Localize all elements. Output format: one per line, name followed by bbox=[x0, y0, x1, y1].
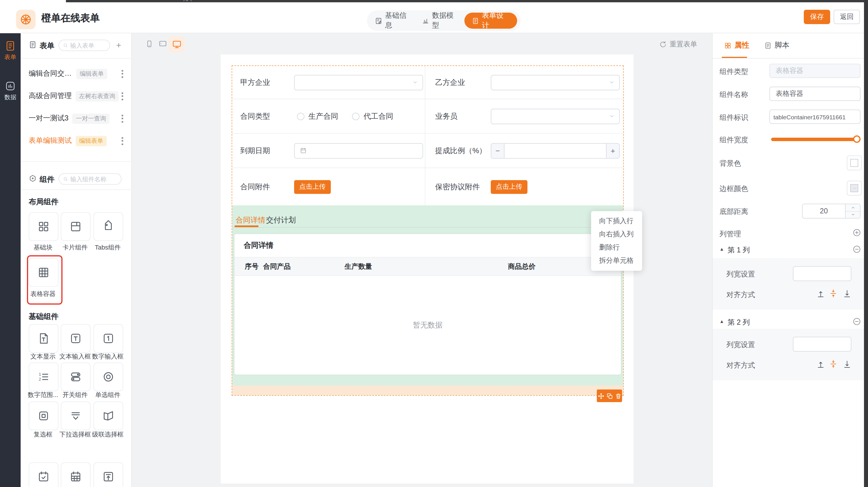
radio-label[interactable]: 生产合同 bbox=[308, 111, 338, 121]
radio-production-contract[interactable] bbox=[297, 113, 304, 120]
forms-search-input[interactable] bbox=[70, 42, 105, 49]
component-card-checkbox[interactable] bbox=[29, 401, 59, 430]
property-label: 底部距离 bbox=[719, 207, 748, 217]
component-card-tabs[interactable] bbox=[93, 212, 123, 241]
collapse-triangle-icon[interactable]: ▲ bbox=[719, 247, 724, 252]
bottom-margin-value[interactable]: 20 bbox=[803, 204, 845, 218]
remove-column-icon[interactable] bbox=[852, 245, 861, 253]
device-desktop-button[interactable] bbox=[168, 36, 185, 52]
component-card-text-input[interactable] bbox=[61, 324, 91, 353]
upload-contract-button[interactable]: 点击上传 bbox=[294, 180, 331, 193]
component-card-card[interactable] bbox=[61, 212, 91, 241]
component-card-number-input[interactable] bbox=[93, 324, 123, 353]
party-a-select[interactable] bbox=[294, 74, 423, 90]
add-form-button[interactable]: + bbox=[114, 39, 124, 50]
align-center-icon[interactable] bbox=[829, 289, 838, 298]
tab-delivery-plan[interactable]: 交付计划 bbox=[266, 215, 296, 225]
align-top-icon[interactable] bbox=[816, 360, 825, 368]
component-card-cascade[interactable] bbox=[93, 401, 123, 430]
component-card-switch[interactable] bbox=[61, 363, 91, 391]
commission-number-input[interactable]: − + bbox=[491, 143, 620, 158]
tab-data-model[interactable]: 数据模型 bbox=[417, 11, 464, 30]
stepper-minus-button[interactable]: − bbox=[491, 144, 504, 158]
components-panel-title: 组件 bbox=[39, 174, 55, 185]
component-card-grid-table[interactable] bbox=[61, 462, 91, 487]
add-column-icon[interactable] bbox=[852, 228, 861, 237]
sidebar-item-forms[interactable]: 表单 bbox=[0, 40, 21, 61]
component-card-table-container[interactable] bbox=[29, 258, 59, 287]
back-button[interactable]: 返回 bbox=[834, 10, 860, 24]
stepper-plus-button[interactable]: + bbox=[606, 144, 619, 158]
menu-item-split-cell[interactable]: 拆分单元格 bbox=[591, 254, 642, 267]
tab-properties[interactable]: 属性 bbox=[724, 40, 749, 51]
chevron-down-icon bbox=[412, 80, 418, 85]
field-label: 合同类型 bbox=[240, 111, 270, 121]
component-name-input[interactable] bbox=[769, 87, 861, 101]
tab-basic-info[interactable]: 基础信息 bbox=[370, 11, 417, 30]
text-display-icon bbox=[37, 332, 50, 345]
component-card-basic-block[interactable] bbox=[29, 212, 59, 241]
menu-item-delete-row[interactable]: 删除行 bbox=[591, 241, 642, 254]
collapse-triangle-icon[interactable]: ▲ bbox=[719, 319, 724, 324]
kebab-menu-icon[interactable] bbox=[120, 90, 125, 102]
radio-oem-contract[interactable] bbox=[352, 113, 360, 120]
table-container-component[interactable]: 甲方企业 乙方企业 合同类型 生产合同 代工合同 业务员 bbox=[231, 65, 624, 396]
component-card-dropdown[interactable] bbox=[61, 401, 91, 430]
save-button[interactable]: 保存 bbox=[804, 10, 830, 24]
device-phone-button[interactable] bbox=[143, 36, 155, 51]
width-slider-handle[interactable] bbox=[853, 135, 861, 143]
background-color-swatch[interactable] bbox=[847, 155, 862, 170]
component-label: 复选框 bbox=[25, 430, 61, 439]
tab-script[interactable]: 脚本 bbox=[764, 40, 789, 51]
move-icon[interactable] bbox=[598, 393, 604, 399]
align-top-icon[interactable] bbox=[816, 289, 825, 298]
remove-column-icon[interactable] bbox=[852, 317, 861, 326]
menu-item-insert-row-below[interactable]: 向下插入行 bbox=[591, 215, 642, 228]
form-list-item[interactable]: 高级合同管理 左树右表查询 bbox=[21, 85, 132, 107]
field-label: 到期日期 bbox=[240, 145, 270, 156]
component-card-text-display[interactable] bbox=[29, 324, 59, 353]
component-id-input[interactable] bbox=[769, 110, 861, 124]
upload-nda-button[interactable]: 点击上传 bbox=[491, 180, 527, 193]
copy-icon[interactable] bbox=[606, 393, 613, 399]
form-name: 高级合同管理 bbox=[29, 91, 72, 101]
radio-label[interactable]: 代工合同 bbox=[364, 111, 393, 121]
kebab-menu-icon[interactable] bbox=[120, 135, 125, 147]
spinner-up-button[interactable] bbox=[846, 204, 860, 211]
components-search-input[interactable] bbox=[70, 176, 117, 182]
background-color-value bbox=[850, 159, 858, 167]
column-width-input[interactable] bbox=[793, 266, 851, 281]
device-tablet-button[interactable] bbox=[156, 37, 170, 50]
form-list-item[interactable]: 一对一测试3 一对一查询 bbox=[21, 107, 132, 130]
reset-form-button[interactable]: 重置表单 bbox=[659, 39, 697, 49]
text-input-icon bbox=[69, 332, 82, 345]
width-slider-track[interactable] bbox=[771, 138, 861, 141]
kebab-menu-icon[interactable] bbox=[120, 68, 125, 80]
selected-table-area[interactable]: 合同详情 交付计划 合同详情 序号 合同产品 生产数量 商品总价 暂无数据 bbox=[232, 205, 623, 386]
column-section-title[interactable]: 第 1 列 bbox=[727, 245, 750, 255]
party-b-select[interactable] bbox=[491, 74, 620, 90]
component-card-date-picker[interactable] bbox=[29, 462, 59, 487]
align-bottom-icon[interactable] bbox=[843, 289, 851, 298]
tab-form-design[interactable]: 表单设计 bbox=[464, 12, 517, 29]
salesperson-select[interactable] bbox=[491, 109, 620, 124]
component-card-upload[interactable] bbox=[93, 462, 123, 487]
component-card-radio[interactable] bbox=[93, 363, 123, 391]
kebab-menu-icon[interactable] bbox=[120, 113, 125, 124]
trash-icon[interactable] bbox=[615, 393, 621, 399]
column-section-title[interactable]: 第 2 列 bbox=[727, 318, 750, 328]
tab-contract-detail[interactable]: 合同详情 bbox=[236, 215, 266, 225]
align-bottom-icon[interactable] bbox=[843, 360, 851, 368]
menu-item-insert-column-right[interactable]: 向右插入列 bbox=[591, 228, 642, 241]
align-center-icon[interactable] bbox=[829, 360, 838, 368]
border-color-swatch[interactable] bbox=[847, 181, 862, 195]
form-type-badge: 一对一查询 bbox=[72, 113, 110, 124]
sidebar-item-data[interactable]: 数据 bbox=[0, 80, 21, 101]
form-icon bbox=[5, 40, 16, 52]
component-card-number-range[interactable]: 12 bbox=[29, 363, 59, 391]
due-date-input[interactable] bbox=[294, 143, 423, 158]
form-list-item[interactable]: 编辑合同交付... 编辑表单 bbox=[21, 63, 132, 85]
column-width-input[interactable] bbox=[793, 337, 851, 352]
spinner-down-button[interactable] bbox=[846, 211, 860, 218]
form-list-item-active[interactable]: 表单编辑测试 编辑表单 bbox=[21, 130, 132, 152]
